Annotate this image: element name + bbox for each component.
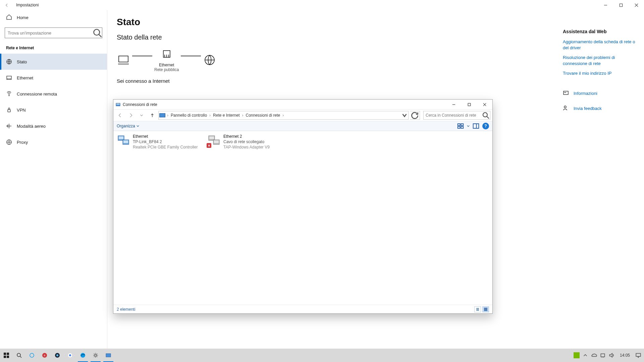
sidebar-item-dialup[interactable]: Connessione remota [0, 86, 107, 102]
diagram-adapter: Ethernet Rete pubblica [154, 48, 179, 72]
taskbar-app[interactable]: e [38, 349, 51, 362]
maximize-button[interactable] [613, 0, 629, 10]
sidebar-item-vpn[interactable]: VPN [0, 102, 107, 118]
sidebar-item-proxy[interactable]: Proxy [0, 134, 107, 150]
breadcrumb-item[interactable]: Connessioni di rete [244, 113, 281, 118]
dialup-icon [6, 91, 12, 97]
explorer-maximize-button[interactable] [462, 100, 477, 110]
svg-text:e: e [44, 354, 45, 357]
explorer-close-button[interactable] [477, 100, 492, 110]
taskbar-app-explorer[interactable] [102, 349, 115, 362]
sidebar-item-airplane[interactable]: Modalità aereo [0, 118, 107, 134]
sidebar-item-status[interactable]: Stato [0, 54, 107, 70]
sidebar-search-input[interactable] [5, 31, 93, 36]
svg-rect-17 [458, 124, 460, 126]
minimize-button[interactable] [598, 0, 613, 10]
nav-back-button[interactable] [115, 111, 125, 120]
connection-item[interactable]: ✕ Ethernet 2 Cavo di rete scollegato TAP… [207, 134, 291, 150]
diagram-line [132, 56, 152, 56]
help-link-update-driver[interactable]: Aggiornamento della scheda di rete o del… [563, 39, 637, 51]
sidebar-item-label: Connessione remota [17, 92, 57, 97]
explorer-search[interactable] [423, 111, 490, 120]
chevron-down-icon [467, 125, 470, 127]
tray-onedrive-icon[interactable] [591, 352, 597, 358]
address-bar[interactable]: › Pannello di controllo › Rete e Interne… [158, 111, 409, 120]
info-icon [563, 90, 569, 97]
nav-forward-button[interactable] [126, 111, 136, 120]
explorer-search-input[interactable] [424, 113, 481, 118]
tray-network-icon[interactable] [600, 352, 606, 358]
back-button[interactable] [0, 0, 13, 10]
taskbar-app-edge[interactable] [76, 349, 89, 362]
sidebar-home[interactable]: Home [0, 11, 107, 24]
home-icon [6, 14, 12, 21]
svg-rect-15 [160, 114, 165, 117]
tray-clock[interactable]: 14:05 [617, 353, 633, 358]
connection-icon [117, 134, 130, 147]
breadcrumb-item[interactable]: Rete e Internet [212, 113, 241, 118]
taskbar-app[interactable] [64, 349, 76, 362]
explorer-navbar: › Pannello di controllo › Rete e Interne… [113, 110, 492, 121]
explorer-window-icon [113, 102, 123, 107]
connection-item[interactable]: Ethernet TP-Link_BF84 2 Realtek PCIe GBE… [117, 134, 201, 150]
taskbar-search-button[interactable] [13, 349, 25, 362]
svg-rect-21 [473, 124, 479, 128]
svg-rect-30 [484, 308, 485, 309]
feedback-label: Invia feedback [574, 106, 602, 111]
organize-button[interactable]: Organizza [117, 124, 139, 128]
close-button[interactable] [629, 0, 644, 10]
svg-rect-35 [7, 353, 9, 355]
svg-rect-37 [7, 356, 9, 358]
window-title: Impostazioni [16, 3, 39, 7]
svg-rect-48 [106, 354, 111, 357]
explorer-window: Connessioni di rete › Pannello di contro… [113, 99, 493, 314]
help-link-troubleshoot[interactable]: Risoluzione dei problemi di connessione … [563, 55, 637, 66]
tray-notifications-icon[interactable] [635, 352, 641, 358]
sidebar-item-label: Modalità aereo [17, 124, 46, 129]
view-options-button[interactable] [457, 122, 464, 130]
address-dropdown[interactable] [401, 112, 408, 119]
sidebar-search[interactable] [5, 27, 102, 38]
taskbar-app[interactable] [51, 349, 64, 362]
help-link-find-ip[interactable]: Trovare il mio indirizzo IP [563, 70, 637, 76]
diagram-device [117, 53, 130, 67]
tray-volume-icon[interactable] [608, 352, 614, 358]
connection-device: Realtek PCIe GBE Family Controller [133, 144, 198, 150]
view-tiles-button[interactable] [482, 306, 489, 312]
settings-sidebar: Home Rete e Internet Stato Ethernet Conn… [0, 10, 107, 351]
page-subheading: Stato della rete [117, 34, 547, 41]
svg-rect-29 [214, 140, 219, 143]
svg-point-39 [30, 353, 34, 357]
explorer-content[interactable]: Ethernet TP-Link_BF84 2 Realtek PCIe GBE… [113, 131, 492, 305]
svg-rect-23 [119, 136, 123, 139]
diagram-internet [203, 53, 216, 67]
explorer-minimize-button[interactable] [446, 100, 462, 110]
sidebar-item-ethernet[interactable]: Ethernet [0, 70, 107, 86]
sidebar-section-title: Rete e Internet [0, 43, 107, 54]
taskbar-cortana-button[interactable] [25, 349, 38, 362]
tray-overflow-icon[interactable] [582, 352, 588, 358]
view-details-button[interactable] [474, 306, 481, 312]
breadcrumb-item[interactable]: Pannello di controllo [169, 113, 208, 118]
page-heading: Stato [117, 17, 547, 27]
svg-rect-51 [636, 353, 641, 356]
rightpane-title: Assistenza dal Web [563, 29, 637, 34]
start-button[interactable] [0, 349, 13, 362]
refresh-button[interactable] [410, 111, 420, 120]
preview-pane-button[interactable] [472, 122, 480, 130]
adapter-label: Ethernet [159, 63, 174, 67]
svg-rect-19 [458, 126, 460, 128]
feedback-link[interactable]: Invia feedback [563, 105, 637, 112]
connection-name: Ethernet [133, 134, 198, 139]
item-count: 2 elementi [117, 307, 135, 312]
explorer-title: Connessioni di rete [123, 102, 157, 107]
nav-up-button[interactable] [148, 111, 157, 120]
svg-point-1 [94, 29, 100, 36]
tray-nvidia-icon[interactable] [574, 352, 580, 358]
disconnected-icon: ✕ [207, 143, 211, 148]
nav-recent-button[interactable] [137, 111, 146, 120]
explorer-titlebar[interactable]: Connessioni di rete [113, 100, 492, 110]
help-button[interactable]: ? [482, 123, 489, 129]
info-link[interactable]: Informazioni [563, 90, 637, 97]
taskbar-app-settings[interactable] [89, 349, 102, 362]
